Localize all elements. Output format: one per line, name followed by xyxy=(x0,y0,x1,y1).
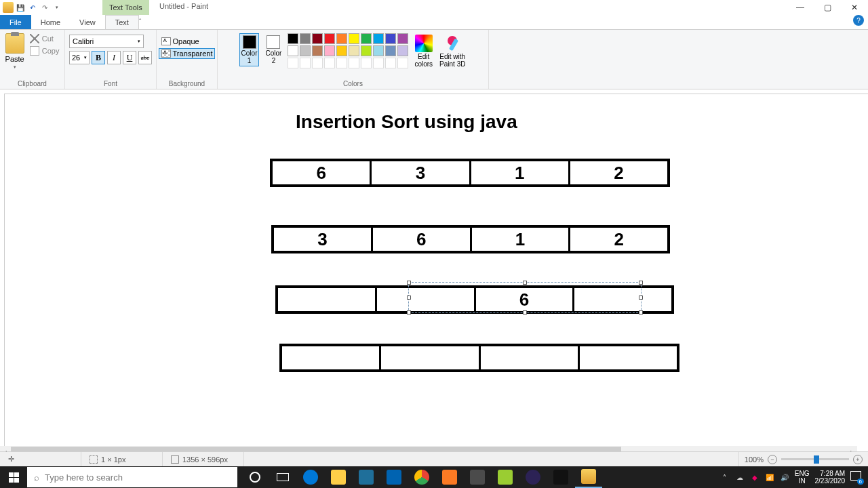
color-swatch[interactable] xyxy=(312,33,323,44)
taskbar-app-store[interactable] xyxy=(353,466,380,488)
save-icon[interactable]: 💾 xyxy=(15,2,26,13)
color-swatch[interactable] xyxy=(397,45,408,56)
color-swatch[interactable] xyxy=(385,33,396,44)
tray-wifi-icon[interactable]: 📶 xyxy=(765,472,774,482)
taskbar-app-explorer[interactable] xyxy=(325,466,352,488)
tray-volume-icon[interactable]: 🔊 xyxy=(780,472,789,482)
font-family-select[interactable]: Calibri▾ xyxy=(69,35,144,48)
taskbar-app-sublime[interactable] xyxy=(464,466,491,488)
close-button[interactable]: ✕ xyxy=(841,0,868,15)
start-button[interactable] xyxy=(0,466,27,488)
color-swatch[interactable] xyxy=(349,45,359,56)
taskbar-app-edge[interactable] xyxy=(297,466,324,488)
color-swatch[interactable] xyxy=(373,45,384,56)
color-swatch[interactable] xyxy=(336,45,347,56)
zoom-in-button[interactable]: + xyxy=(853,455,863,464)
tab-text[interactable]: Text xyxy=(105,15,139,29)
color1-button[interactable]: Color 1 xyxy=(239,33,260,66)
opaque-option[interactable]: Opaque xyxy=(159,36,216,47)
taskbar-app-eclipse[interactable] xyxy=(519,466,547,488)
color-swatch[interactable] xyxy=(397,33,408,44)
tray-notifications-icon[interactable]: 6 xyxy=(850,471,863,483)
color-swatch[interactable] xyxy=(300,33,311,44)
tab-file[interactable]: File xyxy=(0,15,31,29)
edit-colors-button[interactable]: Edit colors xyxy=(413,33,434,69)
maximize-button[interactable]: ▢ xyxy=(814,0,841,15)
tab-view[interactable]: View xyxy=(70,15,105,29)
color-swatch[interactable] xyxy=(312,45,323,56)
underline-button[interactable]: U xyxy=(123,51,136,64)
help-icon[interactable]: ? xyxy=(853,15,864,26)
taskbar-app-mail[interactable] xyxy=(380,466,408,488)
zoom-slider[interactable] xyxy=(781,458,849,460)
tray-onedrive-icon[interactable]: ☁ xyxy=(735,472,745,482)
text-selection-box[interactable] xyxy=(408,282,642,313)
tray-chevron-up-icon[interactable]: ˄ xyxy=(720,472,730,482)
paste-button[interactable]: Paste ▾ xyxy=(4,32,26,71)
color-swatch[interactable] xyxy=(361,33,372,44)
resize-handle[interactable] xyxy=(523,281,527,285)
color-swatch-empty[interactable] xyxy=(373,58,384,68)
resize-handle[interactable] xyxy=(639,296,643,300)
color-swatch[interactable] xyxy=(300,45,311,56)
canvas[interactable]: Insertion Sort using java 6312 3612 6 xyxy=(4,94,868,466)
resize-handle[interactable] xyxy=(523,310,527,314)
color-swatch-empty[interactable] xyxy=(385,58,396,68)
collapse-ribbon-icon[interactable]: ˆ xyxy=(139,15,141,29)
tray-clock[interactable]: 7:28 AM2/23/2020 xyxy=(815,470,846,485)
color-swatch[interactable] xyxy=(349,33,359,44)
color-swatch[interactable] xyxy=(336,33,347,44)
tray-app-icon[interactable]: ◆ xyxy=(750,472,760,482)
redo-icon[interactable]: ↷ xyxy=(39,2,50,13)
undo-icon[interactable]: ↶ xyxy=(27,2,38,13)
zoom-out-button[interactable]: − xyxy=(768,455,777,464)
font-family-value: Calibri xyxy=(73,37,94,45)
qat-dropdown-icon[interactable]: ▾ xyxy=(52,2,62,13)
paste-dropdown-icon[interactable]: ▾ xyxy=(14,64,16,70)
color-swatch-empty[interactable] xyxy=(361,58,372,68)
taskbar-app-notepadpp[interactable] xyxy=(492,466,519,488)
font-size-select[interactable]: 26▾ xyxy=(69,51,90,64)
resize-handle[interactable] xyxy=(639,310,643,314)
color-swatch-empty[interactable] xyxy=(336,58,347,68)
taskbar-app-xampp[interactable] xyxy=(436,466,463,488)
color-swatch-empty[interactable] xyxy=(300,58,311,68)
color-swatch-empty[interactable] xyxy=(397,58,408,68)
color-swatch[interactable] xyxy=(288,33,298,44)
tray-language[interactable]: ENGIN xyxy=(795,470,810,485)
tab-home[interactable]: Home xyxy=(31,15,70,29)
color-swatch-empty[interactable] xyxy=(312,58,323,68)
color-swatch-empty[interactable] xyxy=(324,58,335,68)
resize-handle[interactable] xyxy=(639,281,643,285)
copy-button[interactable]: Copy xyxy=(28,45,61,56)
color2-button[interactable]: Color 2 xyxy=(263,33,283,66)
color-swatch[interactable] xyxy=(385,45,396,56)
taskbar-app-chrome[interactable] xyxy=(408,466,435,488)
cut-button[interactable]: Cut xyxy=(28,33,61,44)
rainbow-icon xyxy=(415,35,433,52)
taskbar-search[interactable]: ⌕ Type here to search xyxy=(27,467,237,487)
color-swatch[interactable] xyxy=(324,33,335,44)
strikethrough-button[interactable]: abc xyxy=(138,51,152,64)
minimize-button[interactable]: — xyxy=(787,0,814,15)
color-swatch[interactable] xyxy=(288,45,298,56)
color-swatch-empty[interactable] xyxy=(288,58,298,68)
cut-icon xyxy=(30,34,39,43)
taskbar-app-paint[interactable] xyxy=(575,466,602,488)
transparent-option[interactable]: Transparent xyxy=(159,48,216,59)
resize-handle[interactable] xyxy=(407,281,411,285)
color-swatch[interactable] xyxy=(361,45,372,56)
color-swatch[interactable] xyxy=(324,45,335,56)
task-view-icon[interactable] xyxy=(269,466,296,488)
opaque-label: Opaque xyxy=(173,37,199,45)
bold-button[interactable]: B xyxy=(92,51,105,64)
color-swatch-empty[interactable] xyxy=(349,58,359,68)
italic-button[interactable]: I xyxy=(107,51,121,64)
paint3d-button[interactable]: Edit with Paint 3D xyxy=(438,33,467,69)
resize-handle[interactable] xyxy=(407,296,411,300)
cortana-icon[interactable] xyxy=(241,466,269,488)
resize-handle[interactable] xyxy=(407,310,411,314)
color-swatch[interactable] xyxy=(373,33,384,44)
zoom-slider-thumb[interactable] xyxy=(814,455,819,464)
taskbar-app-terminal[interactable] xyxy=(547,466,574,488)
